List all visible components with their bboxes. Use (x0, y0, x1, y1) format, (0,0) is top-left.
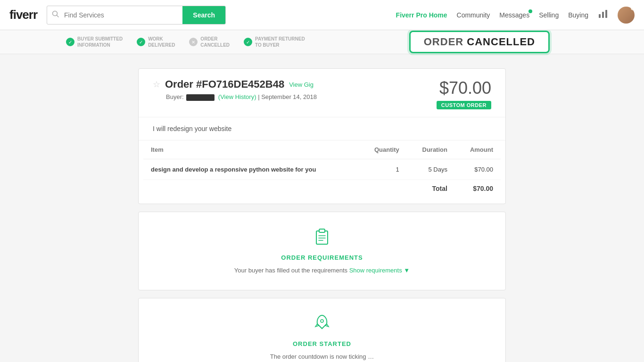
logo[interactable]: fiverr (9, 8, 37, 22)
order-cancelled-badge: ORDER CANCELLED (409, 31, 550, 53)
order-card: ☆ Order #FO716DE452B48 View Gig Buyer: (… (138, 68, 506, 204)
svg-rect-3 (602, 12, 604, 18)
order-table-wrap: Item Quantity Duration Amount design and… (139, 140, 505, 204)
step-icon-3: ✕ (189, 38, 198, 46)
order-header: ☆ Order #FO716DE452B48 View Gig Buyer: (… (139, 69, 505, 117)
row-quantity: 1 (359, 159, 406, 180)
status-step-2: ✓ WORK DELIVERED (137, 36, 175, 48)
col-header-duration: Duration (407, 140, 455, 159)
row-duration: 5 Days (407, 159, 455, 180)
svg-line-1 (57, 15, 59, 17)
nav-community[interactable]: Community (457, 11, 490, 19)
requirements-text: Your buyer has filled out the requiremen… (153, 266, 491, 276)
col-header-quantity: Quantity (359, 140, 406, 159)
avatar[interactable] (618, 7, 635, 24)
svg-point-10 (321, 320, 323, 322)
col-header-item: Item (143, 140, 359, 159)
order-date: September 14, 2018 (261, 93, 317, 100)
status-step-1: ✓ BUYER SUBMITTED INFORMATION (66, 36, 123, 48)
clipboard-icon (153, 226, 491, 249)
header-nav: Fiverr Pro Home Community Messages Selli… (396, 7, 635, 24)
requirements-card: ORDER REQUIREMENTS Your buyer has filled… (138, 212, 506, 290)
row-amount: $70.00 (455, 159, 501, 180)
nav-selling[interactable]: Selling (539, 11, 559, 19)
order-number: Order #FO716DE452B48 (165, 78, 284, 90)
status-step-4: ✓ PAYMENT RETURNED TO BUYER (244, 36, 305, 48)
step-icon-1: ✓ (66, 38, 74, 46)
status-step-3: ✕ ORDER CANCELLED (189, 36, 230, 48)
header: fiverr Search Fiverr Pro Home Community … (0, 0, 644, 30)
step-icon-2: ✓ (137, 38, 145, 46)
total-spacer (143, 180, 407, 199)
buyer-label: Buyer: (166, 93, 184, 100)
rocket-icon (153, 313, 491, 336)
status-bar: ✓ BUYER SUBMITTED INFORMATION ✓ WORK DEL… (0, 30, 644, 54)
cancelled-prefix: ORDER (424, 36, 463, 48)
buyer-name-redacted (186, 94, 215, 101)
order-description: I will redesign your website (139, 117, 505, 140)
total-row: Total $70.00 (143, 180, 501, 199)
analytics-icon[interactable] (598, 8, 608, 21)
table-row: design and develop a responsive python w… (143, 159, 501, 180)
step-label-1: BUYER SUBMITTED INFORMATION (77, 36, 123, 48)
order-started-title: ORDER STARTED (153, 340, 491, 347)
step-label-3: ORDER CANCELLED (200, 36, 230, 48)
svg-rect-6 (319, 229, 325, 232)
col-header-amount: Amount (455, 140, 501, 159)
cancelled-main: CANCELLED (467, 36, 535, 48)
svg-rect-4 (605, 10, 607, 18)
order-started-text: The order countdown is now ticking … Don… (153, 352, 491, 362)
order-table: Item Quantity Duration Amount design and… (143, 140, 501, 199)
total-label: Total (407, 180, 455, 199)
order-info-right: $70.00 CUSTOM ORDER (437, 78, 491, 109)
order-info-left: ☆ Order #FO716DE452B48 View Gig Buyer: (… (153, 78, 317, 101)
nav-buying[interactable]: Buying (568, 11, 588, 19)
started-line-1: The order countdown is now ticking … (153, 352, 491, 362)
search-bar: Search (47, 6, 226, 25)
step-label-2: WORK DELIVERED (148, 36, 175, 48)
show-requirements-link[interactable]: Show requirements ▼ (349, 267, 410, 274)
order-started-card: ORDER STARTED The order countdown is now… (138, 298, 506, 362)
main-content: ☆ Order #FO716DE452B48 View Gig Buyer: (… (129, 68, 515, 362)
view-gig-link[interactable]: View Gig (289, 81, 314, 88)
view-history-link[interactable]: (View History) (218, 93, 256, 100)
order-title-row: ☆ Order #FO716DE452B48 View Gig (153, 78, 317, 90)
row-item-name: design and develop a responsive python w… (143, 159, 359, 180)
order-price: $70.00 (437, 78, 491, 98)
custom-order-badge: CUSTOM ORDER (437, 101, 491, 109)
order-meta: Buyer: (View History) | September 14, 20… (166, 93, 317, 101)
svg-rect-5 (316, 231, 328, 244)
step-label-4: PAYMENT RETURNED TO BUYER (255, 36, 305, 48)
nav-pro-home[interactable]: Fiverr Pro Home (396, 11, 447, 19)
requirements-text-main: Your buyer has filled out the requiremen… (234, 267, 347, 274)
total-value: $70.00 (455, 180, 501, 199)
nav-messages[interactable]: Messages (499, 11, 529, 19)
favorite-star-icon[interactable]: ☆ (153, 79, 160, 90)
requirements-title: ORDER REQUIREMENTS (153, 254, 491, 261)
svg-rect-2 (599, 14, 601, 18)
search-button[interactable]: Search (182, 6, 225, 25)
step-icon-4: ✓ (244, 38, 252, 46)
search-input[interactable] (64, 11, 182, 19)
avatar-notification-badge (631, 7, 635, 10)
search-icon (47, 10, 64, 20)
logo-text: fiverr (9, 8, 37, 22)
